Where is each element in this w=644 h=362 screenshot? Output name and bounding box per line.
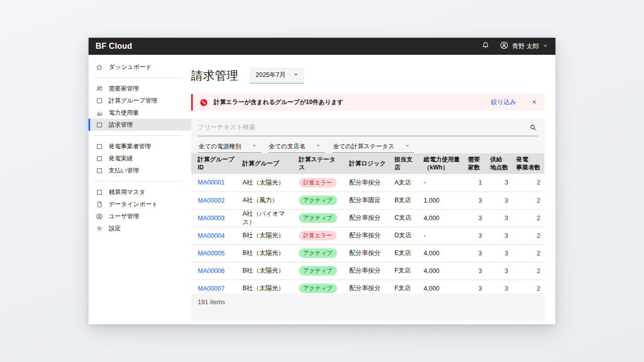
page-title: 請求管理 xyxy=(191,68,238,83)
group-id-link[interactable]: MA00007 xyxy=(198,285,225,292)
chevron-down-icon xyxy=(315,143,321,150)
user-menu[interactable]: 青野 太郎 xyxy=(500,41,548,52)
supply-points: 3 xyxy=(486,192,512,209)
group-id-link[interactable]: MA00004 xyxy=(198,232,225,239)
demand-count: 3 xyxy=(464,280,486,294)
chevron-down-icon xyxy=(252,143,257,150)
alert-close-button[interactable] xyxy=(531,98,537,107)
cell: アクティブ xyxy=(295,244,345,262)
cell: MA00003 xyxy=(191,209,238,227)
group-id-link[interactable]: MA00002 xyxy=(198,197,225,204)
status-badge: 計算エラー xyxy=(299,178,337,188)
status-badge: アクティブ xyxy=(299,266,337,276)
filter-select-2[interactable]: 全ての計算ステータス xyxy=(332,140,414,153)
group-id-link[interactable]: MA00003 xyxy=(198,215,225,222)
column-header: 計算グループID xyxy=(191,153,238,174)
home-icon xyxy=(95,63,103,71)
close-icon xyxy=(531,98,537,107)
sidebar-item-発電実績[interactable]: 発電実績 xyxy=(89,152,191,164)
total-kwh: 1,000 xyxy=(420,192,464,209)
bell-icon xyxy=(481,41,490,51)
main-content: 請求管理 2025年7月 計算エラーが含 xyxy=(191,55,555,324)
group-name: A社（バイオマス） xyxy=(238,209,295,227)
cell: MA00005 xyxy=(191,244,238,262)
chevron-down-icon xyxy=(405,143,410,150)
column-header: 計算ステータス xyxy=(295,153,345,174)
sidebar-item-精算用マスタ[interactable]: 精算用マスタ xyxy=(89,186,191,198)
group-name: A社（太陽光） xyxy=(238,174,295,192)
total-kwh: 4,000 xyxy=(420,262,464,280)
total-kwh: - xyxy=(420,174,464,192)
calc-logic: 配分率按分 xyxy=(345,227,390,244)
demand-count: 3 xyxy=(464,262,486,280)
branch: E支店 xyxy=(390,244,420,262)
square-icon xyxy=(95,166,103,174)
column-header: 需要家数 xyxy=(464,153,486,174)
demand-count: 1 xyxy=(464,174,486,192)
cell: MA00007 xyxy=(191,280,238,294)
cell: アクティブ xyxy=(295,192,345,209)
sidebar-item-電力使用量[interactable]: 電力使用量 xyxy=(89,107,191,119)
sidebar-item-ユーザ管理[interactable]: ユーザ管理 xyxy=(89,210,191,222)
sidebar-item-支払い管理[interactable]: 支払い管理 xyxy=(89,164,191,176)
total-kwh: 4,000 xyxy=(420,209,464,227)
calc-logic: 配分率按分 xyxy=(345,244,390,262)
sidebar-item-需要家管理[interactable]: 需要家管理 xyxy=(89,82,191,95)
supply-points: 3 xyxy=(486,262,512,280)
error-alert-banner: 計算エラーが含まれるグループが10件あります 絞り込み xyxy=(191,94,544,111)
sidebar-item-ダッシュボード[interactable]: ダッシュボード xyxy=(89,61,191,73)
cell: アクティブ xyxy=(295,262,345,280)
cell: MA00006 xyxy=(191,262,238,280)
calc-logic: 配分率按分 xyxy=(345,262,390,280)
total-kwh: - xyxy=(420,227,464,244)
column-header: 供給地点数 xyxy=(486,153,512,174)
period-select[interactable]: 2025年7月 xyxy=(250,67,304,83)
producer-count: 2 xyxy=(512,227,544,244)
search-input[interactable] xyxy=(198,124,528,131)
square-icon xyxy=(95,121,103,129)
gear-icon xyxy=(95,224,103,232)
square-icon xyxy=(95,97,103,105)
sidebar-item-データインポート[interactable]: データインポート xyxy=(89,198,191,210)
group-name: B社（太陽光） xyxy=(238,280,295,294)
sidebar-item-請求管理[interactable]: 請求管理 xyxy=(89,119,191,131)
period-select-value: 2025年7月 xyxy=(256,71,286,79)
producer-count: 2 xyxy=(512,244,544,262)
total-kwh: 4,000 xyxy=(420,244,464,262)
producer-count: 2 xyxy=(512,192,544,209)
search-icon[interactable] xyxy=(528,123,538,132)
bar-chart-icon xyxy=(95,109,103,117)
calc-logic: 配分率按分 xyxy=(345,209,390,227)
sidebar-item-計算グループ管理[interactable]: 計算グループ管理 xyxy=(89,95,191,107)
chevron-down-icon xyxy=(542,42,548,51)
branch: B支店 xyxy=(390,192,420,209)
producer-count: 2 xyxy=(512,262,544,280)
table-row: MA00003A社（バイオマス）アクティブ配分率按分C支店4,000332 xyxy=(191,209,544,227)
notification-bell-button[interactable] xyxy=(481,41,490,51)
square-icon xyxy=(95,142,103,150)
supply-points: 3 xyxy=(486,280,512,294)
filter-errors-link[interactable]: 絞り込み xyxy=(491,98,516,107)
sidebar-item-発電事業者管理[interactable]: 発電事業者管理 xyxy=(89,140,191,152)
group-name: B社（太陽光） xyxy=(238,244,295,262)
producer-count: 2 xyxy=(512,280,544,294)
sidebar-divider xyxy=(94,181,182,182)
branch: D支店 xyxy=(390,227,420,244)
cell: アクティブ xyxy=(295,280,345,294)
group-id-link[interactable]: MA00006 xyxy=(198,267,225,275)
column-header: 計算グループ xyxy=(238,153,295,174)
cell: 計算エラー xyxy=(295,227,345,244)
group-id-link[interactable]: MA00005 xyxy=(198,250,225,257)
filter-select-0[interactable]: 全ての電源種別 xyxy=(198,140,261,153)
demand-count: 3 xyxy=(464,227,486,244)
sidebar-item-設定[interactable]: 設定 xyxy=(89,222,191,234)
filter-select-1[interactable]: 全ての支店名 xyxy=(268,140,326,153)
group-id-link[interactable]: MA00001 xyxy=(198,179,225,186)
alert-message: 計算エラーが含まれるグループが10件あります xyxy=(214,98,343,107)
sidebar-divider xyxy=(94,77,182,78)
column-header: 計算ロジック xyxy=(345,153,390,174)
status-badge: アクティブ xyxy=(299,213,337,223)
demand-count: 3 xyxy=(464,192,486,209)
document-icon xyxy=(95,200,103,208)
status-badge: 計算エラー xyxy=(299,231,337,240)
